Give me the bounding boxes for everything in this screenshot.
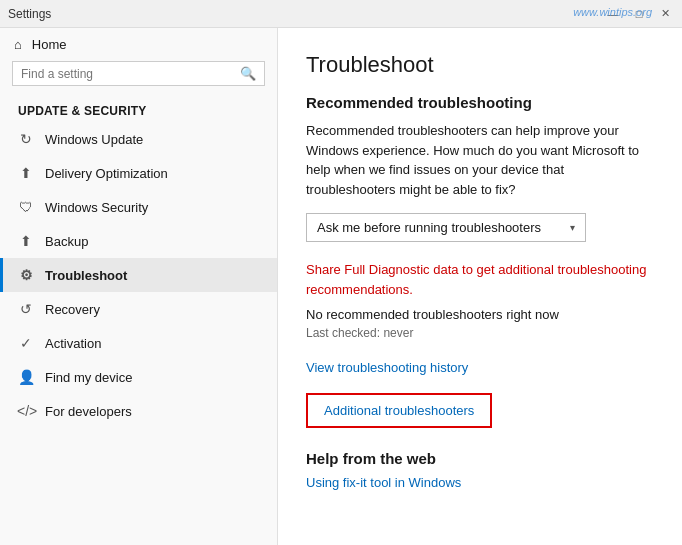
sidebar-item-find-my-device[interactable]: 👤 Find my device [0, 360, 277, 394]
sidebar-item-label: Windows Update [45, 132, 143, 147]
activation-icon: ✓ [17, 335, 35, 351]
sidebar-group-title: Update & Security [0, 98, 277, 122]
no-troubleshooters-text: No recommended troubleshooters right now [306, 307, 654, 322]
title-bar: Settings www.wintips.org — □ ✕ [0, 0, 682, 28]
sidebar-item-for-developers[interactable]: </> For developers [0, 394, 277, 428]
window-controls: — □ ✕ [604, 5, 674, 23]
view-history-link[interactable]: View troubleshooting history [306, 360, 654, 375]
troubleshoot-icon: ⚙ [17, 267, 35, 283]
recommended-heading: Recommended troubleshooting [306, 94, 654, 111]
sidebar-item-delivery-optimization[interactable]: ⬆ Delivery Optimization [0, 156, 277, 190]
search-box[interactable]: 🔍 [12, 61, 265, 86]
sidebar-item-label: Recovery [45, 302, 100, 317]
window-title: Settings [8, 7, 51, 21]
description-text: Recommended troubleshooters can help imp… [306, 121, 654, 199]
sidebar-item-label: Find my device [45, 370, 132, 385]
sidebar-item-label: Backup [45, 234, 88, 249]
developer-icon: </> [17, 403, 35, 419]
sidebar-item-label: Activation [45, 336, 101, 351]
search-input[interactable] [21, 67, 240, 81]
sidebar-item-windows-update[interactable]: ↻ Windows Update [0, 122, 277, 156]
delivery-icon: ⬆ [17, 165, 35, 181]
additional-troubleshooters-button[interactable]: Additional troubleshooters [306, 393, 492, 428]
main-container: ⌂ Home 🔍 Update & Security ↻ Windows Upd… [0, 28, 682, 545]
page-title: Troubleshoot [306, 52, 654, 78]
last-checked-text: Last checked: never [306, 326, 654, 340]
minimize-button[interactable]: — [604, 5, 622, 23]
sidebar-item-backup[interactable]: ⬆ Backup [0, 224, 277, 258]
sidebar-item-label: Windows Security [45, 200, 148, 215]
sidebar-item-troubleshoot[interactable]: ⚙ Troubleshoot [0, 258, 277, 292]
troubleshoot-dropdown[interactable]: Ask me before running troubleshooters ▾ [306, 213, 586, 242]
home-icon: ⌂ [14, 37, 22, 52]
sidebar-home-label: Home [32, 37, 67, 52]
sidebar-item-label: Delivery Optimization [45, 166, 168, 181]
share-diagnostic-link[interactable]: Share Full Diagnostic data to get additi… [306, 260, 654, 299]
additional-troubleshooters-label: Additional troubleshooters [324, 403, 474, 418]
content-area: Troubleshoot Recommended troubleshooting… [278, 28, 682, 545]
dropdown-arrow-icon: ▾ [570, 222, 575, 233]
find-device-icon: 👤 [17, 369, 35, 385]
recovery-icon: ↺ [17, 301, 35, 317]
sidebar-item-label: Troubleshoot [45, 268, 127, 283]
backup-icon: ⬆ [17, 233, 35, 249]
close-button[interactable]: ✕ [656, 5, 674, 23]
sidebar-item-recovery[interactable]: ↺ Recovery [0, 292, 277, 326]
help-heading: Help from the web [306, 450, 654, 467]
sidebar-item-activation[interactable]: ✓ Activation [0, 326, 277, 360]
sidebar-item-label: For developers [45, 404, 132, 419]
search-icon: 🔍 [240, 66, 256, 81]
update-icon: ↻ [17, 131, 35, 147]
maximize-button[interactable]: □ [630, 5, 648, 23]
dropdown-value: Ask me before running troubleshooters [317, 220, 541, 235]
sidebar: ⌂ Home 🔍 Update & Security ↻ Windows Upd… [0, 28, 278, 545]
web-help-link[interactable]: Using fix-it tool in Windows [306, 475, 654, 490]
sidebar-item-home[interactable]: ⌂ Home [0, 28, 277, 61]
shield-icon: 🛡 [17, 199, 35, 215]
sidebar-item-windows-security[interactable]: 🛡 Windows Security [0, 190, 277, 224]
